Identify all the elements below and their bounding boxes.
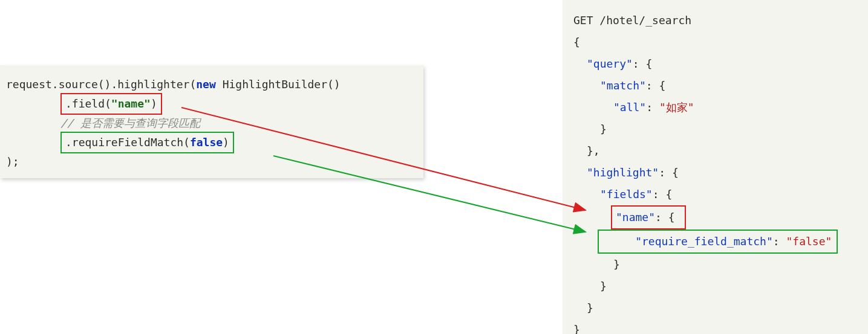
keyword-false: false <box>190 136 223 149</box>
json-line-query: "query": { <box>573 53 862 75</box>
brace: { <box>573 31 862 53</box>
name-key-red-box: "name": { <box>611 205 686 230</box>
json-text: : { <box>633 57 653 70</box>
json-line-highlight: "highlight": { <box>573 162 862 184</box>
code-line-field: .field("name") <box>6 93 417 115</box>
json-line-all: "all": "如家" <box>573 97 862 118</box>
comment: // 是否需要与查询字段匹配 <box>60 117 200 129</box>
code-text: ) <box>223 136 229 149</box>
json-key: "name" <box>616 211 655 223</box>
code-text: ) <box>151 97 157 110</box>
string-name: "name" <box>111 97 151 110</box>
field-call-red-box: .field("name") <box>60 93 162 115</box>
brace: } <box>573 275 862 297</box>
json-text: : <box>773 235 786 248</box>
code-text: HighlightBuilder() <box>216 78 341 91</box>
json-text: : { <box>659 166 679 179</box>
code-line-close: ); <box>6 153 417 170</box>
code-line-1: request.source().highlighter(new Highlig… <box>6 76 417 93</box>
json-key: "highlight" <box>587 166 659 179</box>
code-text: ); <box>6 155 19 168</box>
code-line-comment: // 是否需要与查询字段匹配 <box>6 115 417 132</box>
json-key: "query" <box>587 57 633 70</box>
keyword-new: new <box>196 78 216 91</box>
brace: }, <box>573 140 862 162</box>
json-text: : { <box>655 211 675 223</box>
code-text: .requireFieldMatch( <box>65 136 190 149</box>
json-line-rfm-box: "require_field_match": "false" <box>573 230 862 254</box>
json-text: : { <box>646 79 666 92</box>
json-string: "如家" <box>659 101 694 114</box>
json-key: "match" <box>600 79 646 92</box>
code-text: request.source().highlighter( <box>6 78 196 91</box>
json-text: : <box>646 101 659 114</box>
brace: } <box>573 297 862 319</box>
brace: } <box>573 118 862 140</box>
json-text: : { <box>653 188 673 201</box>
code-text: .field( <box>65 97 111 110</box>
brace: } <box>573 319 862 334</box>
json-string: "false" <box>786 235 832 248</box>
http-line: GET /hotel/_search <box>573 10 862 31</box>
java-code-block: request.source().highlighter(new Highlig… <box>0 65 423 178</box>
json-line-match: "match": { <box>573 75 862 97</box>
code-line-rfm: .requireFieldMatch(false) <box>6 132 417 153</box>
require-field-match-green-box: "require_field_match": "false" <box>598 230 838 254</box>
require-field-match-green-box: .requireFieldMatch(false) <box>60 132 234 153</box>
brace: } <box>573 254 862 275</box>
json-key: "fields" <box>600 188 653 201</box>
json-key: "all" <box>613 101 646 114</box>
json-line-name-box: "name": { <box>573 205 862 230</box>
json-query-block: GET /hotel/_search { "query": { "match":… <box>563 0 868 334</box>
json-key: "require_field_match" <box>635 235 773 248</box>
json-line-fields: "fields": { <box>573 184 862 205</box>
